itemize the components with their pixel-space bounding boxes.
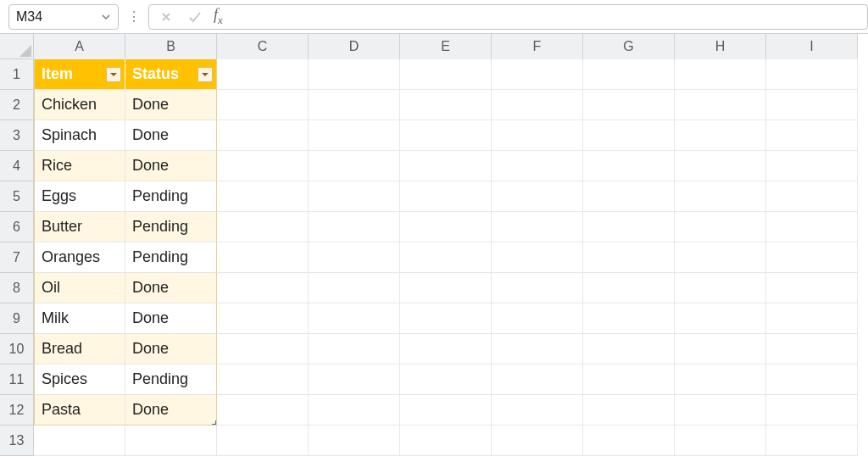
- cell[interactable]: [492, 303, 583, 334]
- cell[interactable]: [309, 120, 400, 151]
- cell[interactable]: Pasta: [34, 395, 125, 425]
- cell[interactable]: [400, 212, 492, 242]
- cell[interactable]: [217, 364, 309, 395]
- cell[interactable]: [675, 90, 766, 120]
- cell[interactable]: [217, 334, 309, 364]
- cell[interactable]: [675, 395, 766, 425]
- cell[interactable]: [583, 425, 675, 456]
- cell[interactable]: Rice: [34, 151, 125, 181]
- cell[interactable]: Done: [125, 303, 217, 334]
- cell[interactable]: [217, 59, 309, 90]
- cell[interactable]: [766, 303, 858, 334]
- cell[interactable]: [400, 90, 492, 120]
- cell[interactable]: [400, 273, 492, 303]
- cell[interactable]: [675, 181, 766, 212]
- cell[interactable]: [492, 120, 583, 151]
- cell[interactable]: [492, 181, 583, 212]
- row-header[interactable]: 10: [0, 334, 33, 364]
- cell[interactable]: [400, 181, 492, 212]
- table-resize-handle[interactable]: [209, 418, 216, 425]
- cell[interactable]: [492, 242, 583, 273]
- cell[interactable]: Status: [125, 59, 217, 90]
- cell[interactable]: [583, 151, 675, 181]
- column-header[interactable]: B: [125, 34, 217, 59]
- cell[interactable]: [492, 59, 583, 90]
- cell[interactable]: [766, 425, 858, 456]
- cell[interactable]: [492, 273, 583, 303]
- cell[interactable]: Done: [125, 334, 217, 364]
- cell[interactable]: [309, 395, 400, 425]
- cell[interactable]: [583, 364, 675, 395]
- cell[interactable]: [675, 364, 766, 395]
- cell[interactable]: Done: [125, 151, 217, 181]
- cell[interactable]: Spices: [34, 364, 125, 395]
- cell[interactable]: [492, 425, 583, 456]
- cell[interactable]: [400, 59, 492, 90]
- cell[interactable]: Pending: [125, 242, 217, 273]
- cell[interactable]: Oranges: [34, 242, 125, 273]
- column-header[interactable]: C: [217, 34, 309, 59]
- cell[interactable]: Pending: [125, 364, 217, 395]
- cell[interactable]: [492, 334, 583, 364]
- spreadsheet-grid[interactable]: ABCDEFGHI 12345678910111213 ItemStatusCh…: [0, 34, 868, 456]
- cell[interactable]: [583, 59, 675, 90]
- cell[interactable]: [217, 425, 309, 456]
- cell[interactable]: [400, 151, 492, 181]
- cell[interactable]: Pending: [125, 181, 217, 212]
- name-box[interactable]: M34: [8, 4, 119, 30]
- cell[interactable]: [309, 303, 400, 334]
- column-header[interactable]: E: [400, 34, 492, 59]
- cell[interactable]: [583, 334, 675, 364]
- cell[interactable]: [309, 90, 400, 120]
- column-header[interactable]: I: [766, 34, 858, 59]
- row-header[interactable]: 13: [0, 425, 33, 456]
- cell[interactable]: [675, 242, 766, 273]
- select-all-triangle[interactable]: [0, 34, 34, 59]
- cell[interactable]: Pending: [125, 212, 217, 242]
- filter-dropdown-icon[interactable]: [198, 67, 213, 82]
- cell[interactable]: [766, 395, 858, 425]
- cell[interactable]: [675, 425, 766, 456]
- cell[interactable]: [492, 364, 583, 395]
- row-header[interactable]: 5: [0, 181, 33, 212]
- cell[interactable]: [583, 273, 675, 303]
- column-header[interactable]: D: [309, 34, 400, 59]
- column-header[interactable]: H: [675, 34, 766, 59]
- cell[interactable]: [766, 59, 858, 90]
- cell[interactable]: Done: [125, 395, 217, 425]
- column-header[interactable]: F: [492, 34, 583, 59]
- cell[interactable]: Spinach: [34, 120, 125, 151]
- cell[interactable]: Done: [125, 273, 217, 303]
- row-header[interactable]: 11: [0, 364, 33, 395]
- cell[interactable]: [400, 395, 492, 425]
- cell[interactable]: [217, 303, 309, 334]
- row-header[interactable]: 1: [0, 59, 33, 90]
- cell[interactable]: Butter: [34, 212, 125, 242]
- cell[interactable]: [217, 395, 309, 425]
- cell[interactable]: [309, 212, 400, 242]
- insert-function-button[interactable]: fx: [214, 6, 223, 27]
- cell[interactable]: [766, 181, 858, 212]
- cell[interactable]: Chicken: [34, 90, 125, 120]
- cell[interactable]: [675, 151, 766, 181]
- cell[interactable]: Item: [34, 59, 125, 90]
- cell[interactable]: [309, 181, 400, 212]
- cell[interactable]: [675, 303, 766, 334]
- cell[interactable]: [309, 242, 400, 273]
- cell[interactable]: [125, 425, 217, 456]
- cell[interactable]: [492, 151, 583, 181]
- column-header[interactable]: A: [34, 34, 125, 59]
- cell[interactable]: [309, 273, 400, 303]
- row-header[interactable]: 7: [0, 242, 33, 273]
- cell[interactable]: [583, 90, 675, 120]
- cell[interactable]: [309, 425, 400, 456]
- row-header[interactable]: 8: [0, 273, 33, 303]
- cell[interactable]: Done: [125, 120, 217, 151]
- cell[interactable]: [309, 59, 400, 90]
- cell[interactable]: Oil: [34, 273, 125, 303]
- cell[interactable]: [675, 120, 766, 151]
- cell[interactable]: [766, 334, 858, 364]
- cell[interactable]: [400, 303, 492, 334]
- enter-formula-button[interactable]: [185, 7, 205, 27]
- cell[interactable]: [766, 242, 858, 273]
